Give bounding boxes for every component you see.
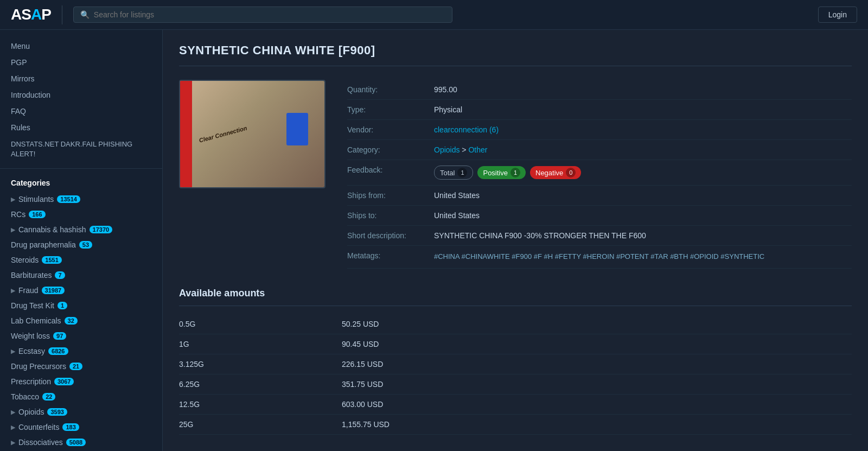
search-input[interactable] [94,10,445,19]
sidebar-item-counterfeits[interactable]: ▶ Counterfeits 183 [0,420,162,435]
feedback-positive-label: Positive [483,169,508,177]
ships-to-row: Ships to: United States [347,206,852,226]
short-description-label: Short description: [347,231,434,240]
amounts-section: Available amounts 0.5G 50.25 USD 1G 90.4… [179,288,852,435]
category-label: Barbiturates [11,271,52,280]
amount-row-1: 0.5G 50.25 USD [179,314,852,334]
amount-qty-2: 1G [179,340,342,348]
category-label: Fraud [18,286,39,295]
sidebar-item-dnstats[interactable]: DNSTATS.NET DAKR.FAIL PHISHING ALERT! [0,136,162,163]
category-badge: 1 [58,302,67,309]
type-value: Physical [434,105,852,114]
category-label: Lab Chemicals [11,316,61,325]
sidebar-item-rules[interactable]: Rules [0,119,162,136]
category-label: Counterfeits [18,423,59,431]
category-row: Category: Opioids > Other [347,140,852,160]
login-button[interactable]: Login [818,7,857,23]
product-detail: Clear Connection Quantity: 995.00 Type: … [179,80,852,269]
category-label: Stimulants [18,195,54,204]
vendor-value[interactable]: clearconnection (6) [434,125,852,134]
quantity-label: Quantity: [347,85,434,94]
sidebar-item-menu[interactable]: Menu [0,38,162,54]
content-area: SYNTHETIC CHINA WHITE [F900] Clear Conne… [163,30,868,451]
ships-to-value: United States [434,211,852,220]
feedback-total-badge[interactable]: Total 1 [434,166,473,180]
chevron-icon: ▶ [11,409,15,416]
sidebar-item-stimulants[interactable]: ▶ Stimulants 13514 [0,192,162,207]
category-label: Cannabis & hashish [18,225,86,234]
category-child-link[interactable]: Other [468,145,487,154]
sidebar-item-dissociatives[interactable]: ▶ Dissociatives 5088 [0,435,162,450]
amount-row-6: 25G 1,155.75 USD [179,415,852,435]
category-badge: 3067 [54,378,74,385]
sidebar-item-rcs[interactable]: RCs 166 [0,207,162,222]
amounts-divider [179,306,852,306]
category-label: Ecstasy [18,347,45,355]
logo[interactable]: ASAP [11,6,51,23]
feedback-row: Feedback: Total 1 Positive 1 Negative 0 [347,160,852,186]
feedback-negative-badge[interactable]: Negative 0 [530,166,581,179]
amounts-title: Available amounts [179,288,852,299]
ships-from-row: Ships from: United States [347,186,852,206]
chevron-icon: ▶ [11,196,15,203]
feedback-positive-badge[interactable]: Positive 1 [477,166,526,179]
category-badge: 5088 [66,439,86,446]
feedback-negative-count: 0 [566,168,576,177]
title-divider [179,66,852,66]
sidebar-item-drug-test-kit[interactable]: Drug Test Kit 1 [0,298,162,313]
category-label: RCs [11,210,25,219]
category-separator: > [462,145,468,154]
short-description-value: SYNTHETIC CHINA F900 -30% STRONGER THEN … [434,231,852,240]
sidebar-item-drug-precursors[interactable]: Drug Precursors 21 [0,359,162,374]
amount-price-1: 50.25 USD [342,320,379,328]
sidebar-item-pgp[interactable]: PGP [0,54,162,71]
amount-row-3: 3.125G 226.15 USD [179,354,852,374]
category-label: Prescription [11,377,51,386]
chevron-icon: ▶ [11,424,15,431]
feedback-positive-count: 1 [510,168,520,177]
vendor-label: Vendor: [347,125,434,134]
sidebar-item-introduction[interactable]: Introduction [0,87,162,103]
amount-price-5: 603.00 USD [342,400,383,409]
feedback-negative-label: Negative [535,169,563,177]
category-label: Tobacco [11,392,39,401]
category-badge: 13514 [57,195,80,203]
category-parent-link[interactable]: Opioids [434,145,459,154]
type-row: Type: Physical [347,100,852,120]
category-badge: 22 [42,393,55,401]
product-image[interactable]: Clear Connection [179,80,326,188]
sidebar-item-faq[interactable]: FAQ [0,103,162,119]
sidebar-item-tobacco[interactable]: Tobacco 22 [0,389,162,404]
page-title: SYNTHETIC CHINA WHITE [F900] [179,43,852,58]
chevron-icon: ▶ [11,226,15,233]
type-label: Type: [347,105,434,114]
sidebar-item-weight-loss[interactable]: Weight loss 97 [0,328,162,344]
sidebar-item-ecstasy[interactable]: ▶ Ecstasy 6826 [0,344,162,359]
sidebar-item-prescription[interactable]: Prescription 3067 [0,374,162,389]
category-label: Drug Test Kit [11,301,54,310]
chevron-icon: ▶ [11,439,15,446]
category-label: Opioids [18,408,44,416]
quantity-value: 995.00 [434,85,852,94]
category-badge: 53 [79,241,92,249]
sidebar-item-steroids[interactable]: Steroids 1551 [0,252,162,268]
sidebar-item-opioids[interactable]: ▶ Opioids 3593 [0,404,162,420]
amount-price-2: 90.45 USD [342,340,379,348]
short-description-row: Short description: SYNTHETIC CHINA F900 … [347,226,852,246]
category-badge: 7 [55,271,65,279]
amount-price-3: 226.15 USD [342,360,383,369]
sidebar-item-cannabis[interactable]: ▶ Cannabis & hashish 17370 [0,222,162,237]
search-bar-container: 🔍 [73,7,452,23]
image-red-stripe [180,81,192,187]
sidebar-item-lab-chemicals[interactable]: Lab Chemicals 32 [0,313,162,328]
ships-from-value: United States [434,191,852,200]
amount-price-6: 1,155.75 USD [342,420,390,429]
category-label: Drug Precursors [11,362,66,371]
sidebar-item-drug-paraphernalia[interactable]: Drug paraphernalia 53 [0,237,162,252]
search-icon: 🔍 [80,10,90,19]
sidebar-item-fraud[interactable]: ▶ Fraud 31987 [0,283,162,298]
category-badge: 6826 [48,347,68,355]
sidebar-item-barbiturates[interactable]: Barbiturates 7 [0,268,162,283]
feedback-value: Total 1 Positive 1 Negative 0 [434,166,852,180]
sidebar-item-mirrors[interactable]: Mirrors [0,71,162,87]
